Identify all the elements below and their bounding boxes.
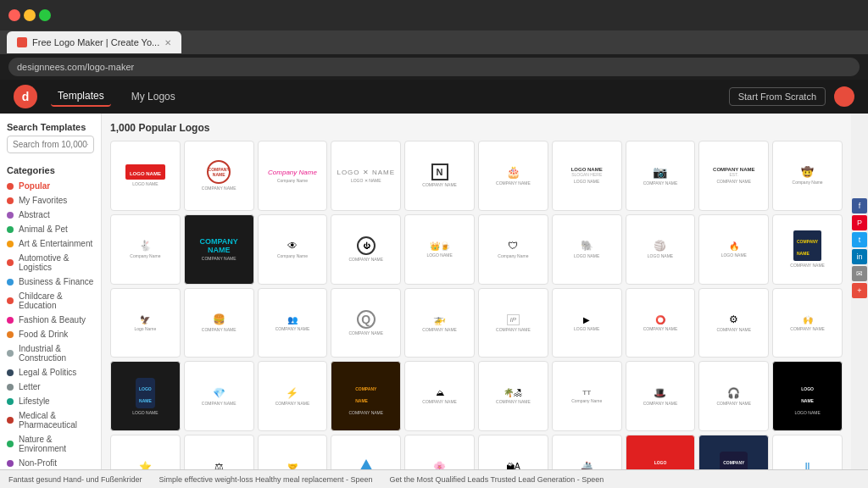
logo-card[interactable]: ⚡COMPANY NAME [258,361,328,431]
app-container: d Templates My Logos Start From Scratch … [0,80,868,488]
logo-card[interactable]: 🛡Company Name [478,214,548,285]
logo-card[interactable]: ⏻COMPANY NAME [331,214,401,285]
logo-card[interactable]: COMPANY NAME [331,435,401,469]
nav-left: d Templates My Logos [14,85,182,108]
logo-card[interactable]: 🍔COMPANY NAME [184,288,254,358]
logo-card[interactable]: LOGONAMELOGO NAME [110,361,181,431]
grid-header: 1,000 Popular Logos [110,122,843,134]
sidebar-item-legal-&-politics[interactable]: Legal & Politics [0,365,101,380]
logo-card[interactable]: 🌸COMPANY NAME [404,435,475,469]
sidebar-item-nature-&-environment[interactable]: Nature & Environment [0,432,101,456]
logo-card[interactable]: ТТCompany Name [552,361,622,431]
sidebar-item-childcare-&-education[interactable]: Childcare & Education [0,289,101,313]
sidebar-item-letter[interactable]: Letter [0,380,101,394]
linkedin-share-btn[interactable]: in [852,249,867,264]
minimize-button[interactable] [24,9,36,21]
logo-card[interactable]: COMPANYNAMECOMPANY NAME [184,141,254,211]
logo-card[interactable]: 💎COMPANY NAME [184,361,254,431]
sidebar-item-non-profit[interactable]: Non-Profit [0,456,101,469]
address-bar: designnees.com/logo-maker [0,54,868,80]
profile-avatar[interactable] [834,86,854,107]
search-section: Search Templates [0,122,101,160]
logo-card[interactable]: COMPANYNAMECOMPANY NAME [331,361,401,431]
logo-card[interactable]: COMPANY NAMEEST.COMPANY NAME [698,141,769,211]
logo-card[interactable]: COMPANYNAMECOMPANY NAME [698,435,769,469]
my-logos-nav-btn[interactable]: My Logos [125,87,182,106]
sidebar-item-fashion-&-beauty[interactable]: Fashion & Beauty [0,313,101,327]
logo-card[interactable]: LOGO NAMESLOGAN HERELOGO NAME [552,141,622,211]
categories-label: Categories [0,160,101,179]
logo-card[interactable]: 🤝Company Name [258,435,328,469]
logo-card[interactable]: ⭐Logo Name [110,435,181,469]
logo-card[interactable]: 🎂COMPANY NAME [478,141,548,211]
facebook-share-btn[interactable]: f [852,198,867,214]
logo-card[interactable]: ⛰COMPANY NAME [404,361,475,431]
logo-card[interactable]: 🏔ALOGO NAME [478,435,548,469]
grid-count: 1,000 [110,122,136,134]
logo-card[interactable]: QCOMPANY NAME [331,288,401,358]
logo-card[interactable]: 🐇Company Name [110,214,181,285]
logo-card[interactable]: LOGONAMELOGO NAME [772,361,843,431]
logo-card[interactable]: IPCOMPANY NAME [478,288,548,358]
logo-card[interactable]: 📷COMPANY NAME [626,141,696,211]
add-share-btn[interactable]: + [852,283,867,298]
sidebar-item-automotive-&-logistics[interactable]: Automotive & Logistics [0,251,101,274]
logo-grid: LOGO NAMELOGO NAMECOMPANYNAMECOMPANY NAM… [110,141,843,469]
logo-card[interactable]: COMPANYNAMECOMPANY NAME [184,214,254,285]
active-tab[interactable]: Free Logo Maker | Create Yo... ✕ [7,31,181,53]
bottom-item-2: Simple effective weight-loss Healthy mea… [159,475,373,484]
sidebar-item-business-&-finance[interactable]: Business & Finance [0,274,101,289]
sidebar-item-lifestyle[interactable]: Lifestyle [0,394,101,408]
logo-card[interactable]: ⭕COMPANY NAME [626,288,696,358]
logo-grid-area: 1,000 Popular Logos LOGO NAMELOGO NAMECO… [102,114,851,469]
logo-card[interactable]: 🎧COMPANY NAME [698,361,769,431]
logo-card[interactable]: 🔥LOGO NAME [698,214,769,285]
sidebar-item-my-favorites[interactable]: My Favorites [0,193,101,208]
templates-nav-btn[interactable]: Templates [51,86,111,107]
logo-card[interactable]: ▶LOGO NAME [552,288,622,358]
sidebar-item-abstract[interactable]: Abstract [0,208,101,222]
start-from-scratch-btn[interactable]: Start From Scratch [729,87,826,106]
email-share-btn[interactable]: ✉ [852,266,867,281]
category-list: PopularMy FavoritesAbstractAnimal & PetA… [0,179,101,469]
logo-card[interactable]: 👥COMPANY NAME [258,288,328,358]
logo-card[interactable]: LOGO NAMELOGO NAME [110,141,181,211]
logo-card[interactable]: NCOMPANY NAME [404,141,475,211]
sidebar-item-industrial-&-construction[interactable]: Industrial & Construction [0,341,101,365]
sidebar-item-medical-&-pharmaceutical[interactable]: Medical & Pharmaceutical [0,408,101,432]
close-tab-icon[interactable]: ✕ [164,38,171,47]
sidebar-item-food-&-drink[interactable]: Food & Drink [0,327,101,341]
logo-card[interactable]: LOGO ✕ NAMELOGO ✕ NAME [331,141,401,211]
grid-label: Popular [138,122,176,134]
logo-card[interactable]: ⚙COMPANY NAME [698,288,769,358]
logo-card[interactable]: 👑🍺LOGO NAME [404,214,475,285]
tab-favicon [17,37,27,47]
logo-card[interactable]: 🌴🏖COMPANY NAME [478,361,548,431]
logo-card[interactable]: Company NameCompany Name [258,141,328,211]
close-button[interactable] [8,9,20,21]
url-input[interactable]: designnees.com/logo-maker [8,58,860,76]
logo-card[interactable]: LOGONAMELOGO NAME [626,435,696,469]
browser-bar [0,0,868,30]
logo-card[interactable]: COMPANYNAMECOMPANY NAME [772,214,843,285]
logo-card[interactable]: 🦅Logo Name [110,288,181,358]
sidebar-item-art-&-entertainment[interactable]: Art & Entertainment [0,236,101,251]
sidebar-item-animal-&-pet[interactable]: Animal & Pet [0,222,101,236]
sidebar: Search Templates Categories PopularMy Fa… [0,114,102,469]
maximize-button[interactable] [39,9,51,21]
sidebar-item-popular[interactable]: Popular [0,179,101,193]
logo-card[interactable]: 🚢COMPANY NAME [552,435,622,469]
app-logo: d [14,85,37,108]
logo-card[interactable]: ⚖LOGO NAME [184,435,254,469]
logo-card[interactable]: 🏐LOGO NAME [626,214,696,285]
logo-card[interactable]: 🤠Company Name [772,141,843,211]
logo-card[interactable]: 🚁COMPANY NAME [404,288,475,358]
logo-card[interactable]: 🎩COMPANY NAME [626,361,696,431]
search-input[interactable] [7,136,94,153]
logo-card[interactable]: ||COMPANY NAME [772,435,843,469]
twitter-share-btn[interactable]: t [852,232,867,247]
logo-card[interactable]: 🙌COMPANY NAME [772,288,843,358]
pinterest-share-btn[interactable]: P [852,215,867,230]
logo-card[interactable]: 👁Company Name [258,214,328,285]
logo-card[interactable]: 🐘LOGO NAME [552,214,622,285]
